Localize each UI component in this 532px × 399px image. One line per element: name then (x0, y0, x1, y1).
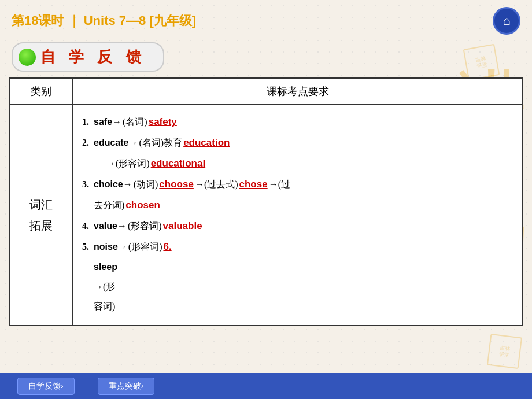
item-num-3: 3. (82, 175, 89, 194)
item-cn-3c: →(过 (269, 175, 290, 194)
answer-2b: educational (151, 154, 205, 173)
home-icon: ⌂ (503, 13, 510, 28)
item-cn-2: (名词)教育 (139, 134, 182, 152)
table-header-row: 类别 课标考点要求 (10, 79, 522, 105)
item-text-3: choice→ (94, 175, 132, 194)
item-cn-1: (名词) (123, 113, 147, 131)
nav-btn-self-study-label: 自学反馈› (28, 381, 64, 391)
item-cn-4: (形容词) (128, 217, 162, 235)
table-body-row: 词汇拓展 1. safe→ (名词) safety 2. educate→ (名… (10, 105, 522, 325)
list-item: 去分词) chosen (82, 195, 513, 215)
extra-text-adj2: 容词) (94, 297, 115, 316)
list-item: 3. choice→ (动词) choose →(过去式) chose →(过 (82, 175, 513, 194)
col-category-header: 类别 (10, 79, 73, 104)
list-item: 4. value→ (形容词) valuable (82, 216, 513, 236)
item-cn-5: (形容词) (128, 238, 162, 256)
main-table: 类别 课标考点要求 词汇拓展 1. safe→ (名词) safety 2. e… (9, 77, 523, 326)
item-cn-2b: →(形容词) (106, 154, 150, 173)
item-text-2: educate→ (94, 134, 138, 152)
item-num-1: 1. (82, 113, 89, 131)
answer-3b: chose (239, 175, 268, 194)
item-num-4: 4. (82, 217, 89, 235)
item-text-1: safe→ (94, 113, 121, 131)
col-content-header: 课标考点要求 (73, 79, 522, 104)
item-num-5: 5. (82, 238, 89, 256)
list-item: 1. safe→ (名词) safety (82, 112, 513, 132)
list-item: 5. noise→ (形容词) 6. (82, 237, 513, 257)
answer-2a: education (183, 133, 230, 153)
list-item: sleep (82, 258, 513, 276)
home-button[interactable]: ⌂ (493, 7, 520, 35)
section-label-wrap: 自 学 反 馈 (12, 42, 520, 72)
item-num-2: 2. (82, 134, 89, 152)
category-text: 词汇拓展 (29, 194, 53, 236)
nav-btn-self-study[interactable]: 自学反馈› (17, 378, 75, 395)
list-item: →(形容词) educational (82, 154, 513, 173)
header: 第18课时 ｜ Units 7—8 [九年级] ⌂ (0, 0, 532, 39)
extra-text-adj: →(形 (94, 278, 115, 296)
nav-btn-key-points[interactable]: 重点突破› (98, 378, 155, 395)
answer-5: 6. (163, 237, 171, 257)
list-item: 容词) (82, 297, 513, 316)
page-title: 第18课时 ｜ Units 7—8 [九年级] (12, 12, 196, 29)
answer-3c: chosen (125, 195, 160, 215)
col-content-body: 1. safe→ (名词) safety 2. educate→ (名词)教育 … (73, 105, 522, 325)
nav-btn-key-points-label: 重点突破› (109, 381, 144, 391)
item-text-5: noise→ (94, 238, 127, 256)
bottom-nav-bar: 自学反馈› 重点突破› (0, 373, 532, 399)
list-item: 2. educate→ (名词)教育 education (82, 133, 513, 153)
col-category-body: 词汇拓展 (10, 105, 73, 325)
section-label: 自 学 反 馈 (40, 47, 146, 67)
answer-1: safety (149, 112, 177, 132)
answer-3a: choose (159, 175, 194, 194)
answer-4: valuable (163, 216, 202, 236)
green-indicator (19, 49, 36, 66)
section-label-box: 自 学 反 馈 (12, 42, 164, 72)
item-cn-3a: (动词) (134, 175, 158, 194)
item-cn-3d: 去分词) (94, 196, 124, 215)
list-item: →(形 (82, 278, 513, 296)
item-text-4: value→ (94, 217, 127, 235)
item-cn-3b: →(过去式) (195, 175, 238, 194)
extra-text-sleep: sleep (94, 258, 117, 276)
